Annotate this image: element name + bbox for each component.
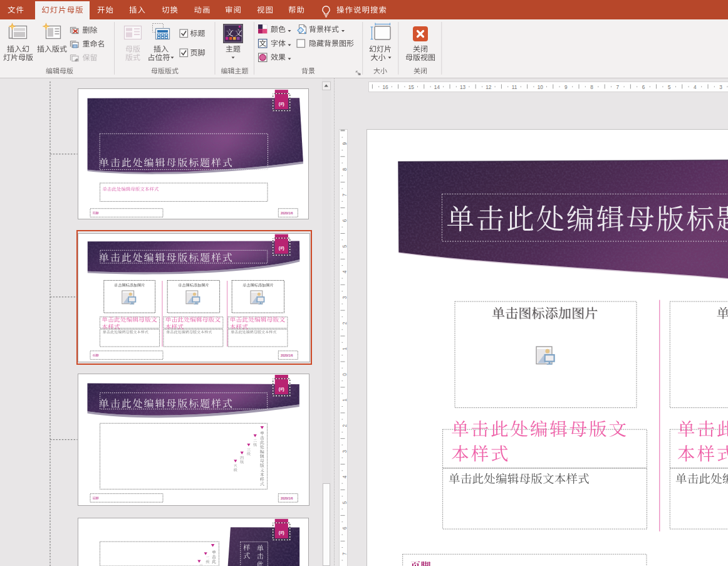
svg-text:2: 2: [342, 424, 348, 427]
svg-text:7: 7: [616, 85, 620, 90]
svg-text:5: 5: [342, 244, 348, 248]
svg-text:5: 5: [342, 501, 348, 504]
svg-text:6: 6: [342, 527, 348, 530]
svg-text:5: 5: [668, 85, 671, 90]
svg-text:7: 7: [342, 552, 348, 555]
svg-text:9: 9: [342, 142, 348, 145]
svg-text:(#): (#): [279, 101, 285, 107]
svg-text:12: 12: [486, 85, 492, 90]
svg-text:2020/1/6: 2020/1/6: [281, 211, 293, 215]
svg-text:10: 10: [538, 85, 544, 90]
svg-text:(#): (#): [279, 245, 285, 251]
svg-text:6: 6: [342, 219, 348, 222]
svg-text:3: 3: [719, 85, 722, 90]
svg-text:2020/1/6: 2020/1/6: [281, 354, 293, 357]
svg-text:(#): (#): [279, 530, 285, 535]
svg-text:15: 15: [408, 85, 415, 90]
svg-text:2020/1/6: 2020/1/6: [281, 496, 293, 500]
svg-text:0: 0: [342, 373, 348, 376]
svg-text:16: 16: [382, 85, 388, 90]
svg-text:4: 4: [694, 85, 697, 90]
svg-text:8: 8: [342, 167, 348, 170]
svg-text:7: 7: [342, 193, 348, 196]
svg-text:4: 4: [342, 270, 348, 273]
svg-text:14: 14: [434, 85, 440, 90]
svg-text:1: 1: [342, 347, 348, 350]
svg-text:9: 9: [564, 85, 568, 90]
svg-text:11: 11: [512, 85, 517, 90]
svg-text:(#): (#): [279, 386, 285, 392]
svg-text:2: 2: [342, 322, 348, 325]
svg-text:6: 6: [642, 85, 645, 90]
svg-text:8: 8: [590, 85, 593, 90]
svg-text:1: 1: [342, 399, 348, 402]
svg-text:13: 13: [460, 85, 466, 90]
svg-text:3: 3: [342, 296, 348, 299]
svg-text:3: 3: [342, 449, 348, 453]
svg-text:4: 4: [342, 475, 348, 478]
